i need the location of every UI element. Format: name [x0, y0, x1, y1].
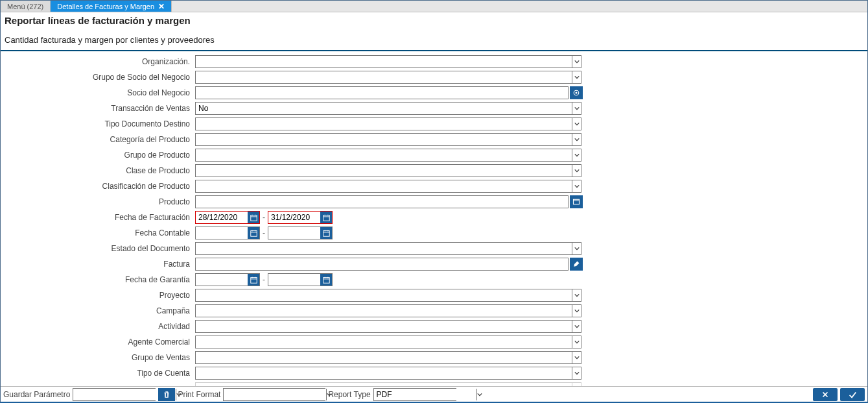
input-fecha-cont-to[interactable] — [268, 227, 320, 239]
label-tipo-cuenta: Tipo de Cuenta — [1, 369, 195, 378]
input-fecha-fact-from[interactable] — [196, 212, 248, 223]
calendar-icon[interactable] — [320, 212, 332, 223]
lookup-producto-button[interactable] — [570, 195, 583, 208]
input-socio[interactable] — [196, 87, 568, 99]
chevron-down-icon[interactable] — [572, 165, 581, 177]
close-icon[interactable]: ✕ — [158, 2, 165, 11]
field-grupo-socio[interactable] — [195, 71, 581, 84]
lookup-socio-button[interactable] — [570, 86, 583, 99]
chevron-down-icon[interactable] — [572, 118, 581, 130]
field-organizacion[interactable] — [195, 55, 581, 68]
field-clasif-producto[interactable] — [195, 180, 581, 193]
label-cat-producto: Categoría del Producto — [1, 135, 195, 144]
input-tipo-doc-destino[interactable] — [196, 118, 572, 130]
chevron-down-icon[interactable] — [572, 289, 581, 301]
cancel-button[interactable] — [813, 388, 838, 401]
ok-button[interactable] — [840, 388, 865, 401]
field-socio[interactable] — [195, 86, 569, 99]
chevron-down-icon[interactable] — [572, 243, 581, 254]
field-fecha-garantia-to[interactable] — [268, 273, 333, 286]
chevron-down-icon[interactable] — [476, 389, 482, 400]
input-proyecto[interactable] — [196, 289, 572, 301]
label-fecha-garantia: Fecha de Garantía — [1, 275, 195, 284]
field-grupo-producto[interactable] — [195, 149, 581, 162]
label-grupo-socio: Grupo de Socio del Negocio — [1, 73, 195, 82]
field-clase-producto[interactable] — [195, 164, 581, 177]
field-factura[interactable] — [195, 258, 569, 271]
label-agente: Agente Comercial — [1, 337, 195, 347]
input-fecha-cont-from[interactable] — [196, 227, 248, 239]
svg-rect-3 — [250, 215, 256, 221]
svg-rect-7 — [250, 277, 256, 283]
field-tipo-cuenta[interactable] — [195, 367, 581, 380]
chevron-down-icon[interactable] — [572, 56, 581, 67]
input-fecha-garantia-from[interactable] — [196, 274, 248, 286]
chevron-down-icon[interactable] — [572, 336, 581, 348]
input-estado-doc[interactable] — [196, 243, 572, 254]
chevron-down-icon[interactable] — [572, 367, 581, 379]
input-clase-producto[interactable] — [196, 165, 572, 177]
calendar-icon[interactable] — [248, 212, 259, 223]
field-agente[interactable] — [195, 336, 581, 348]
input-clasif-producto[interactable] — [196, 180, 572, 192]
label-print-format: Print Format — [178, 390, 220, 399]
field-grupo-ventas[interactable] — [195, 351, 581, 364]
field-estado-doc[interactable] — [195, 242, 581, 255]
calendar-icon[interactable] — [248, 274, 259, 286]
calendar-icon[interactable] — [320, 274, 332, 286]
input-grupo-ventas[interactable] — [196, 352, 572, 363]
field-proyecto[interactable] — [195, 289, 581, 302]
input-grupo-producto[interactable] — [196, 149, 572, 161]
input-producto[interactable] — [196, 196, 568, 208]
input-factura[interactable] — [196, 258, 568, 270]
lookup-factura-button[interactable] — [570, 258, 583, 271]
field-fecha-garantia-from[interactable] — [195, 273, 260, 286]
field-report-type[interactable] — [373, 388, 456, 401]
field-tipo-doc-destino[interactable] — [195, 117, 581, 130]
label-organizacion: Organización. — [1, 57, 195, 66]
input-report-type[interactable] — [374, 389, 476, 400]
chevron-down-icon[interactable] — [572, 149, 581, 161]
field-actividad[interactable] — [195, 320, 581, 333]
chevron-down-icon[interactable] — [572, 103, 581, 114]
field-guardar-param[interactable] — [73, 388, 156, 401]
field-producto[interactable] — [195, 195, 569, 208]
chevron-down-icon[interactable] — [572, 321, 581, 332]
input-fecha-garantia-to[interactable] — [268, 274, 320, 286]
chevron-down-icon[interactable] — [572, 71, 581, 83]
field-fecha-cont-from[interactable] — [195, 226, 260, 239]
input-grupo-socio[interactable] — [196, 71, 572, 83]
input-organizacion[interactable] — [196, 56, 572, 67]
delete-param-button[interactable] — [158, 388, 175, 401]
field-fecha-fact-from[interactable] — [195, 211, 260, 224]
page-subtitle: Cantidad facturada y margen por clientes… — [5, 35, 863, 45]
field-campana[interactable] — [195, 304, 581, 317]
input-agente[interactable] — [196, 336, 572, 348]
calendar-icon[interactable] — [248, 227, 259, 239]
input-campana[interactable] — [196, 305, 572, 317]
input-actividad[interactable] — [196, 321, 572, 332]
input-tipo-cuenta[interactable] — [196, 367, 572, 379]
chevron-down-icon[interactable] — [572, 180, 581, 192]
chevron-down-icon[interactable] — [572, 352, 581, 363]
input-txn-ventas[interactable] — [196, 103, 572, 114]
label-socio: Socio del Negocio — [1, 88, 195, 97]
calendar-icon[interactable] — [320, 227, 332, 239]
chevron-down-icon[interactable] — [572, 383, 581, 386]
input-print-format[interactable] — [224, 389, 326, 400]
field-print-format[interactable] — [223, 388, 325, 401]
tab-active[interactable]: Detalles de Facturas y Margen ✕ — [51, 1, 172, 12]
chevron-down-icon[interactable] — [572, 134, 581, 145]
input-fecha-fact-to[interactable] — [268, 212, 320, 223]
input-cat-producto[interactable] — [196, 134, 572, 145]
tab-active-label: Detalles de Facturas y Margen — [57, 3, 154, 10]
field-txn-ventas[interactable] — [195, 102, 581, 115]
field-next-hidden[interactable] — [195, 382, 581, 386]
label-campana: Campaña — [1, 306, 195, 315]
field-fecha-cont-to[interactable] — [268, 226, 333, 239]
field-fecha-fact-to[interactable] — [268, 211, 333, 224]
tab-menu[interactable]: Menú (272) — [1, 1, 51, 12]
footer-bar: Guardar Parámetro Print Format Report Ty… — [1, 386, 867, 402]
chevron-down-icon[interactable] — [572, 305, 581, 317]
field-cat-producto[interactable] — [195, 133, 581, 146]
